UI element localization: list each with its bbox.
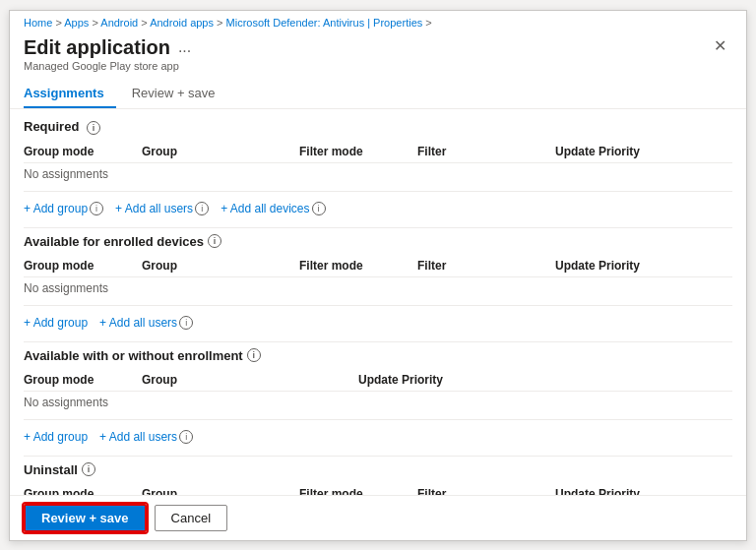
col-filter-4: Filter bbox=[417, 487, 555, 495]
required-add-all-users-link[interactable]: + Add all users bbox=[115, 202, 193, 215]
uninstall-label: Uninstall bbox=[24, 462, 78, 477]
modal-window: Home > Apps > Android > Android apps > M… bbox=[9, 10, 747, 541]
breadcrumb: Home > Apps > Android > Android apps > M… bbox=[10, 11, 746, 31]
cancel-button[interactable]: Cancel bbox=[155, 505, 227, 531]
section-available-enrolled: Available for enrolled devices i Group m… bbox=[24, 234, 732, 332]
available-without-info-icon: i bbox=[247, 348, 261, 362]
close-button[interactable]: ✕ bbox=[708, 36, 732, 56]
breadcrumb-android-apps[interactable]: Android apps bbox=[150, 17, 214, 29]
section-required: Required i Group mode Group Filter mode … bbox=[24, 119, 732, 217]
col-update-priority-3: Update Priority bbox=[358, 373, 732, 387]
available-without-add-all-users-link[interactable]: + Add all users bbox=[99, 430, 177, 444]
col-group-mode-1: Group mode bbox=[24, 145, 142, 158]
uninstall-table-header: Group mode Group Filter mode Filter Upda… bbox=[24, 483, 732, 495]
col-filter-mode-4: Filter mode bbox=[299, 487, 417, 495]
available-without-add-group-link[interactable]: + Add group bbox=[24, 430, 88, 444]
available-without-label: Available with or without enrollment bbox=[24, 348, 243, 363]
tab-review-save[interactable]: Review + save bbox=[132, 80, 227, 108]
footer: Review + save Cancel bbox=[10, 495, 746, 540]
available-enrolled-label: Available for enrolled devices bbox=[24, 234, 204, 249]
uninstall-info-icon: i bbox=[82, 462, 95, 476]
ellipsis-button[interactable]: ... bbox=[174, 36, 195, 58]
col-group-2: Group bbox=[142, 259, 299, 273]
tab-bar: Assignments Review + save bbox=[10, 80, 746, 109]
required-add-all-devices-info: i bbox=[312, 202, 326, 215]
col-group-3: Group bbox=[142, 373, 358, 387]
col-group-mode-4: Group mode bbox=[24, 487, 142, 495]
required-table-header: Group mode Group Filter mode Filter Upda… bbox=[24, 141, 732, 163]
available-without-no-assignments: No assignments bbox=[24, 392, 732, 413]
available-without-table-header: Group mode Group Update Priority bbox=[24, 369, 732, 392]
col-group-mode-3: Group mode bbox=[24, 373, 142, 387]
content-area: Required i Group mode Group Filter mode … bbox=[10, 109, 746, 495]
breadcrumb-defender[interactable]: Microsoft Defender: Antivirus | Properti… bbox=[226, 17, 423, 29]
review-save-button[interactable]: Review + save bbox=[24, 504, 147, 532]
required-add-all-users-info: i bbox=[195, 202, 209, 215]
page-title: Edit application bbox=[24, 36, 170, 59]
available-enrolled-info-icon: i bbox=[208, 234, 221, 248]
required-no-assignments: No assignments bbox=[24, 163, 732, 185]
available-enrolled-no-assignments: No assignments bbox=[24, 277, 732, 299]
breadcrumb-android[interactable]: Android bbox=[100, 17, 138, 29]
col-update-priority-4: Update Priority bbox=[555, 487, 732, 495]
tab-assignments[interactable]: Assignments bbox=[24, 80, 116, 108]
page-subtitle: Managed Google Play store app bbox=[24, 60, 195, 72]
required-label: Required i bbox=[24, 119, 100, 135]
available-without-add-row: + Add group + Add all users i bbox=[24, 426, 732, 446]
available-without-add-all-users-info: i bbox=[179, 430, 193, 444]
col-update-priority-1: Update Priority bbox=[555, 145, 732, 158]
col-filter-1: Filter bbox=[417, 145, 555, 158]
section-available-without: Available with or without enrollment i G… bbox=[24, 348, 732, 446]
breadcrumb-apps[interactable]: Apps bbox=[64, 17, 89, 29]
col-filter-mode-1: Filter mode bbox=[299, 145, 417, 158]
col-group-mode-2: Group mode bbox=[24, 259, 142, 273]
available-enrolled-table-header: Group mode Group Filter mode Filter Upda… bbox=[24, 255, 732, 277]
required-add-group-link[interactable]: + Add group bbox=[24, 202, 88, 215]
col-group-1: Group bbox=[142, 145, 299, 158]
available-enrolled-add-all-users-link[interactable]: + Add all users bbox=[99, 316, 177, 330]
required-add-row: + Add group i + Add all users i + Add al… bbox=[24, 198, 732, 217]
page-header: Edit application ... Managed Google Play… bbox=[10, 31, 746, 76]
breadcrumb-home[interactable]: Home bbox=[24, 17, 52, 29]
required-add-group-info: i bbox=[90, 202, 103, 215]
col-group-4: Group bbox=[142, 487, 299, 495]
available-enrolled-add-all-users-info: i bbox=[179, 316, 193, 330]
required-add-all-devices-link[interactable]: + Add all devices bbox=[220, 202, 309, 215]
col-filter-mode-2: Filter mode bbox=[299, 259, 417, 273]
available-enrolled-add-row: + Add group + Add all users i bbox=[24, 312, 732, 332]
col-filter-2: Filter bbox=[417, 259, 555, 273]
section-uninstall: Uninstall i Group mode Group Filter mode… bbox=[24, 462, 732, 495]
available-enrolled-add-group-link[interactable]: + Add group bbox=[24, 316, 88, 330]
required-info-icon: i bbox=[87, 121, 100, 135]
col-update-priority-2: Update Priority bbox=[555, 259, 732, 273]
